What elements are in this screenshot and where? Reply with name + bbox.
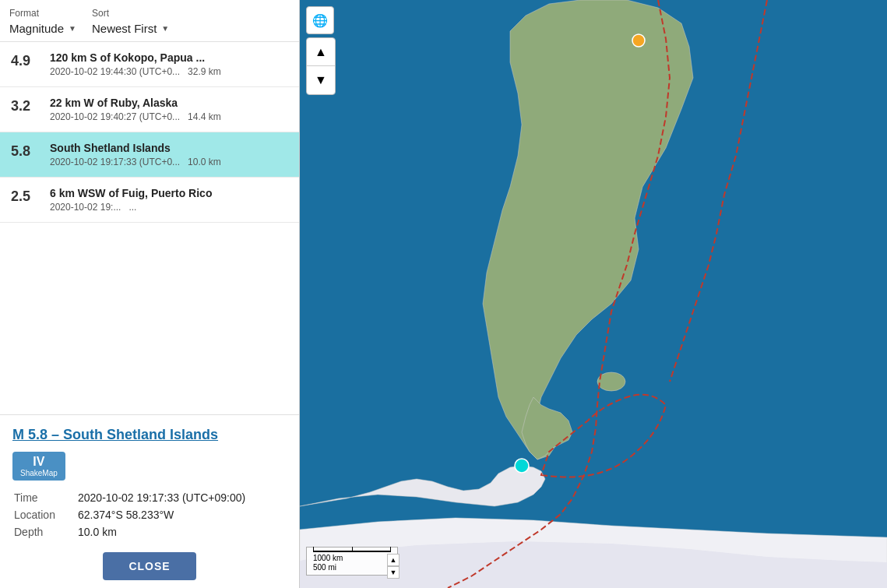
shakemap-roman: IV: [33, 455, 44, 469]
eq-location: South Shetland Islands: [50, 142, 288, 154]
time-row: Time 2020-10-02 19:17:33 (UTC+09:00): [14, 491, 285, 507]
globe-button[interactable]: 🌐: [306, 6, 334, 34]
location-label: Location: [14, 509, 76, 524]
sort-value: Newest First: [92, 22, 157, 35]
scale-nav: ▲ ▼: [387, 554, 400, 579]
sort-select[interactable]: Newest First ▼: [92, 22, 169, 35]
eq-time-value: 2020-10-02 19:40:27 (UTC+0...: [50, 111, 180, 122]
map-area[interactable]: 🌐 ▲ ▼ 1000 km 500 mi ▲ ▼: [300, 0, 887, 588]
eq-depth: 14.4 km: [188, 111, 221, 122]
earthquake-list-item[interactable]: 5.8 South Shetland Islands 2020-10-02 19…: [0, 132, 299, 178]
zoom-controls: ▲ ▼: [306, 37, 336, 95]
controls-row: Format Magnitude ▼ Sort Newest First ▼: [0, 0, 299, 42]
format-value: Magnitude: [9, 22, 64, 35]
left-panel: Format Magnitude ▼ Sort Newest First ▼ 4…: [0, 0, 300, 588]
depth-label: Depth: [14, 526, 76, 541]
zoom-up-button[interactable]: ▲: [307, 38, 335, 66]
scale-nav-up[interactable]: ▲: [387, 554, 400, 566]
eq-time: 2020-10-02 19:... ...: [50, 202, 288, 213]
depth-value: 10.0 km: [78, 526, 285, 541]
format-select[interactable]: Magnitude ▼: [9, 22, 76, 35]
location-row: Location 62.374°S 58.233°W: [14, 509, 285, 524]
time-value: 2020-10-02 19:17:33 (UTC+09:00): [78, 491, 285, 507]
eq-magnitude: 5.8: [11, 142, 39, 160]
eq-magnitude: 3.2: [11, 97, 39, 114]
scale-mi: 500 mi: [313, 563, 336, 572]
eq-magnitude: 4.9: [11, 51, 39, 69]
zoom-down-button[interactable]: ▼: [307, 66, 335, 94]
map-svg: [300, 0, 887, 588]
depth-row: Depth 10.0 km: [14, 526, 285, 541]
eq-location: 22 km W of Ruby, Alaska: [50, 97, 288, 109]
scale-km: 1000 km: [313, 554, 343, 562]
location-value: 62.374°S 58.233°W: [78, 509, 285, 524]
shakemap-label: ShakeMap: [20, 469, 58, 477]
map-controls: 🌐 ▲ ▼: [306, 6, 336, 95]
sort-dropdown-arrow: ▼: [161, 24, 169, 33]
eq-location: 6 km WSW of Fuig, Puerto Rico: [50, 187, 288, 199]
cyan-earthquake-marker: [515, 459, 529, 473]
scale-nav-down[interactable]: ▼: [387, 566, 400, 579]
eq-time-value: 2020-10-02 19:44:30 (UTC+0...: [50, 66, 180, 77]
eq-depth: 10.0 km: [188, 157, 221, 167]
earthquake-list-item[interactable]: 4.9 120 km S of Kokopo, Papua ... 2020-1…: [0, 42, 299, 87]
earthquake-list: 4.9 120 km S of Kokopo, Papua ... 2020-1…: [0, 42, 299, 415]
eq-time: 2020-10-02 19:44:30 (UTC+0... 32.9 km: [50, 66, 288, 77]
eq-depth: ...: [128, 202, 136, 213]
sort-group: Sort Newest First ▼: [92, 8, 169, 35]
orange-earthquake-marker: [632, 34, 645, 47]
eq-magnitude: 2.5: [11, 187, 39, 205]
sort-label: Sort: [92, 8, 169, 19]
detail-title[interactable]: M 5.8 – South Shetland Islands: [12, 426, 287, 444]
format-label: Format: [9, 8, 76, 19]
detail-table: Time 2020-10-02 19:17:33 (UTC+09:00) Loc…: [12, 490, 287, 543]
eq-time: 2020-10-02 19:40:27 (UTC+0... 14.4 km: [50, 111, 288, 122]
earthquake-list-item[interactable]: 2.5 6 km WSW of Fuig, Puerto Rico 2020-1…: [0, 178, 299, 223]
close-button[interactable]: CLOSE: [103, 552, 196, 580]
eq-time-value: 2020-10-02 19:...: [50, 202, 121, 213]
eq-time: 2020-10-02 19:17:33 (UTC+0... 10.0 km: [50, 157, 288, 167]
scale-bar: 1000 km 500 mi: [306, 547, 398, 576]
eq-location: 120 km S of Kokopo, Papua ...: [50, 51, 288, 64]
info-panel: M 5.8 – South Shetland Islands IV ShakeM…: [0, 415, 299, 588]
earthquake-list-item[interactable]: 3.2 22 km W of Ruby, Alaska 2020-10-02 1…: [0, 87, 299, 132]
shakemap-badge[interactable]: IV ShakeMap: [12, 452, 65, 481]
eq-time-value: 2020-10-02 19:17:33 (UTC+0...: [50, 157, 180, 167]
format-dropdown-arrow: ▼: [69, 24, 76, 33]
eq-depth: 32.9 km: [188, 66, 221, 77]
format-group: Format Magnitude ▼: [9, 8, 76, 35]
time-label: Time: [14, 491, 76, 507]
